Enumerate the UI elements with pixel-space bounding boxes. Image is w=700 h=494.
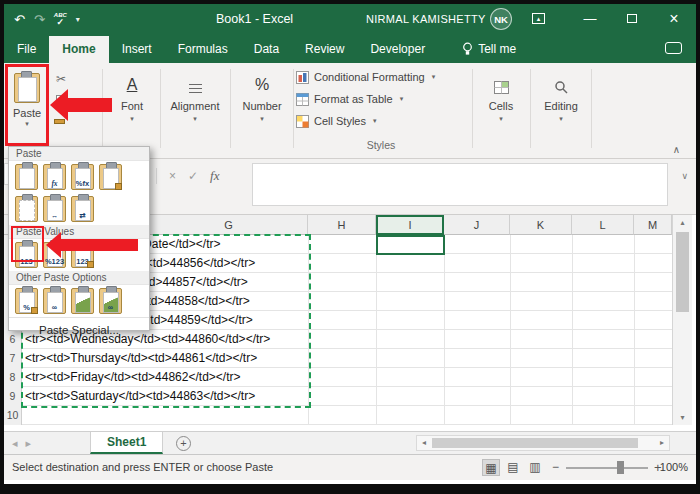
spellcheck-icon[interactable]: ABC✓	[54, 12, 67, 27]
cut-icon[interactable]: ✂	[56, 73, 66, 85]
tab-data[interactable]: Data	[241, 36, 292, 63]
brush-mark	[87, 261, 94, 268]
tab-home[interactable]: Home	[49, 36, 108, 63]
tab-developer[interactable]: Developer	[357, 36, 438, 63]
cell-styles-caret-icon: ▾	[373, 117, 377, 125]
page-break-view-icon[interactable]: ▥	[526, 459, 544, 476]
grid-row-10[interactable]: 10	[4, 406, 672, 425]
scroll-left-icon[interactable]: ◂	[417, 436, 431, 450]
paste-option-formulas-number-formatting[interactable]: %fx	[70, 163, 95, 191]
collapse-ribbon-icon[interactable]: ∧	[673, 144, 680, 155]
icon-badge: ∞	[44, 303, 65, 312]
paste-menu-section-paste: Paste	[9, 147, 149, 161]
paste-option-linked-picture[interactable]: ∞	[98, 287, 123, 315]
magnifier-icon	[554, 68, 568, 94]
zoom-slider-thumb[interactable]	[617, 461, 624, 474]
icon-badge: ⇄	[72, 211, 93, 220]
paste-option-formatting[interactable]: %	[14, 287, 39, 315]
number-caret-icon: ▾	[260, 115, 264, 123]
paste-option-keep-column-widths[interactable]: ↔	[42, 195, 67, 223]
scroll-right-icon[interactable]: ▸	[655, 436, 669, 450]
format-as-table-button[interactable]: Format as Table ▾	[296, 88, 466, 110]
account-name[interactable]: NIRMAL KAMISHETTY	[366, 4, 486, 34]
paste-option-picture[interactable]	[70, 287, 95, 315]
cell-styles-button[interactable]: Cell Styles ▾	[296, 110, 466, 132]
scroll-up-icon[interactable]: ▴	[673, 218, 692, 227]
vertical-scrollbar-thumb[interactable]	[676, 232, 689, 312]
screenshot-frame: ↶ ↷ ABC✓ ▾ Book1 - Excel NIRMAL KAMISHET…	[0, 0, 700, 494]
scroll-down-icon[interactable]: ▾	[673, 413, 692, 422]
column-header-k[interactable]: K	[510, 215, 572, 235]
cell-styles-icon	[296, 115, 309, 128]
conditional-formatting-button[interactable]: Conditional Formatting ▾	[296, 66, 466, 88]
clipboard-icon	[71, 288, 94, 314]
customize-qat-caret-icon[interactable]: ▾	[76, 15, 80, 24]
column-header-m[interactable]: M	[634, 215, 672, 235]
maximize-button[interactable]	[612, 4, 652, 34]
vertical-scrollbar[interactable]: ▴ ▾	[672, 215, 692, 425]
zoom-level[interactable]: 100%	[660, 455, 688, 480]
red-highlight-values-icon	[11, 226, 44, 262]
active-cell-i1[interactable]	[376, 235, 445, 255]
paste-option-transpose[interactable]: ⇄	[70, 195, 95, 223]
sheet-tab-sheet1[interactable]: Sheet1	[90, 432, 163, 454]
row-header[interactable]: 10	[4, 406, 22, 425]
clipboard-icon: %	[15, 288, 38, 314]
row-header[interactable]: 8	[4, 368, 22, 387]
insert-function-icon[interactable]: fx	[210, 168, 219, 184]
tab-file[interactable]: File	[4, 36, 49, 63]
paste-option-paste[interactable]	[14, 163, 39, 191]
font-group-button[interactable]: A Font ▾	[108, 68, 156, 123]
number-group-button[interactable]: % Number ▾	[234, 68, 290, 123]
enter-icon[interactable]: ✓	[188, 169, 198, 183]
undo-icon[interactable]: ↶	[14, 12, 25, 27]
column-header-j[interactable]: J	[444, 215, 510, 235]
window-title: Book1 - Excel	[216, 4, 293, 34]
column-header-g[interactable]: G	[150, 215, 308, 235]
tell-me-button[interactable]: Tell me	[452, 36, 526, 63]
minimize-button[interactable]: —	[570, 4, 610, 34]
clipboard-icon	[15, 196, 38, 222]
redo-icon[interactable]: ↷	[34, 12, 45, 27]
alignment-group-button[interactable]: Alignment ▾	[164, 68, 226, 123]
column-header-i[interactable]: I	[376, 215, 444, 235]
sheet-nav-arrows[interactable]: ◂▸	[12, 432, 39, 454]
horizontal-scrollbar-thumb[interactable]	[432, 438, 638, 448]
account-avatar[interactable]: NK	[490, 8, 512, 30]
column-header-l[interactable]: L	[572, 215, 634, 235]
normal-view-icon[interactable]: ▦	[482, 459, 500, 476]
sheet-nav-right-icon[interactable]: ▸	[26, 437, 40, 449]
zoom-out-icon[interactable]: −	[552, 455, 559, 480]
title-bar: ↶ ↷ ABC✓ ▾ Book1 - Excel NIRMAL KAMISHET…	[4, 4, 696, 34]
horizontal-scrollbar[interactable]: ◂ ▸	[416, 435, 670, 451]
page-layout-view-icon[interactable]: ▤	[504, 459, 522, 476]
row-header[interactable]: 7	[4, 349, 22, 368]
font-caret-icon: ▾	[130, 115, 134, 123]
editing-group-button[interactable]: Editing ▾	[534, 68, 588, 123]
view-shortcuts: ▦ ▤ ▥	[482, 459, 544, 476]
paste-menu-section-other: Other Paste Options	[9, 271, 149, 285]
tab-insert[interactable]: Insert	[109, 36, 165, 63]
brush-mark	[115, 183, 122, 190]
tab-formulas[interactable]: Formulas	[165, 36, 241, 63]
paste-special-item[interactable]: Paste Special...	[9, 317, 149, 342]
zoom-slider-track[interactable]	[566, 467, 648, 469]
ribbon-display-options-icon[interactable]: ▴	[532, 13, 545, 24]
paste-option-formulas[interactable]: fx	[42, 163, 67, 191]
new-sheet-button[interactable]: +	[176, 436, 191, 451]
paste-menu-row-1: fx %fx	[9, 161, 149, 193]
sheet-nav-left-icon[interactable]: ◂	[12, 437, 26, 449]
paste-option-no-borders[interactable]	[14, 195, 39, 223]
column-header-h[interactable]: H	[308, 215, 376, 235]
paste-option-keep-source-formatting[interactable]	[98, 163, 123, 191]
icon-badge: %fx	[72, 179, 93, 188]
row-header[interactable]: 9	[4, 387, 22, 406]
comment-icon[interactable]	[665, 42, 682, 54]
close-button[interactable]: ×	[654, 4, 694, 34]
formula-bar-expand-icon[interactable]: ∨	[681, 171, 688, 181]
cancel-icon[interactable]: ×	[169, 169, 176, 183]
cells-group-button[interactable]: Cells ▾	[476, 68, 526, 123]
formula-input[interactable]	[252, 163, 668, 206]
paste-option-paste-link[interactable]: ∞	[42, 287, 67, 315]
tab-review[interactable]: Review	[292, 36, 357, 63]
